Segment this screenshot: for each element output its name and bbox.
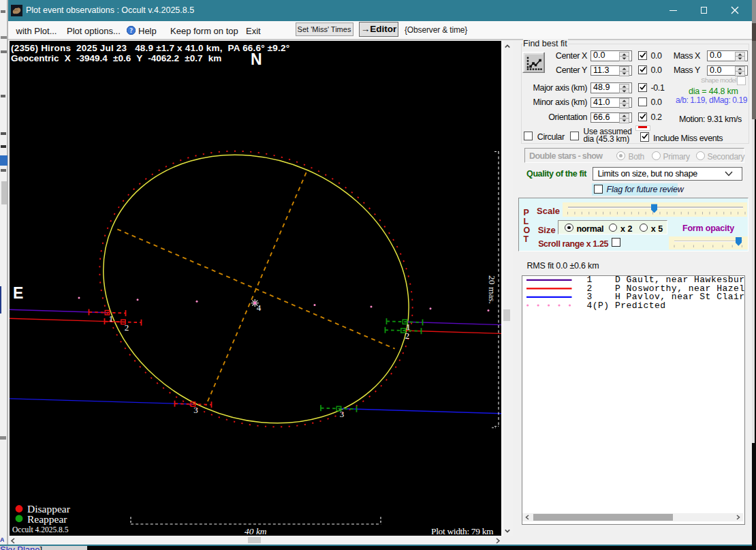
svg-text:2: 2 — [125, 322, 129, 333]
svg-text:3: 3 — [193, 405, 198, 415]
svg-text:20 mas.: 20 mas. — [487, 275, 497, 304]
svg-text:1: 1 — [109, 314, 114, 324]
svg-text:4: 4 — [257, 303, 262, 313]
svg-text:3: 3 — [340, 409, 345, 419]
svg-text:2: 2 — [405, 331, 410, 341]
